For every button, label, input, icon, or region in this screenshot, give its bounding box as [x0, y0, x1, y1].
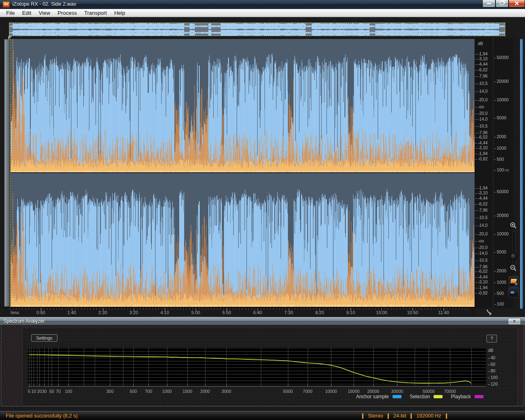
zoom-in-icon[interactable] — [509, 222, 517, 229]
time-tick-label: 3:20 — [129, 310, 138, 315]
spectrogram-corner-icon — [514, 282, 517, 285]
freq-tick-label: 5000 — [494, 249, 506, 254]
time-tick-label: 2:30 — [98, 310, 107, 315]
db-tick — [475, 76, 477, 77]
status-file-info: Stereo24-bit192000 Hz — [358, 413, 452, 419]
db-tick — [475, 126, 477, 127]
spectrum-freq-tick-label: 7000 — [303, 389, 312, 394]
freq-tick-label: 20000 — [494, 213, 509, 218]
db-tick — [475, 218, 477, 218]
freq-tick — [494, 234, 496, 235]
spectrogram-view-button[interactable] — [509, 276, 518, 286]
freq-tick — [494, 252, 496, 253]
db-tick-label: -10,5 — [475, 123, 488, 128]
zoom-slider[interactable] — [513, 231, 515, 265]
rx-app-icon[interactable]: RX — [2, 1, 10, 8]
minimize-icon — [487, 3, 491, 5]
resize-handle-icon[interactable] — [485, 308, 493, 316]
db-tick — [475, 143, 477, 144]
freq-tick-label: 500 — [494, 291, 504, 296]
menu-bar: File Edit View Process Transport Help — [0, 9, 525, 17]
db-tick — [475, 114, 477, 114]
db-tick — [475, 267, 477, 267]
app-window: RX iZotope RX - 02. Side 2.wav File Edit… — [0, 0, 525, 420]
spectrum-db-tick-label: 100 — [488, 375, 498, 380]
spectrum-freq-tick-label: 700 — [145, 389, 152, 394]
menu-view[interactable]: View — [35, 9, 54, 17]
db-tick — [475, 253, 477, 254]
db-tick — [475, 70, 477, 71]
time-tick-label: 6:40 — [253, 310, 262, 315]
waveform-zoom-button[interactable]: ⇹ — [509, 287, 518, 297]
menu-file[interactable]: File — [2, 9, 18, 17]
legend-label: Anchor sample — [356, 394, 389, 399]
db-tick — [475, 204, 477, 205]
freq-tick — [494, 148, 496, 149]
menu-edit[interactable]: Edit — [18, 9, 35, 17]
db-tick-label: -14,0 — [475, 116, 488, 121]
menu-help[interactable]: Help — [110, 9, 129, 17]
db-tick-label: -14,0 — [475, 223, 488, 228]
db-tick — [475, 282, 477, 283]
help-button[interactable]: ? — [486, 335, 497, 342]
status-separator — [388, 413, 389, 419]
db-tick-label: -oo — [475, 238, 484, 243]
restore-icon — [500, 1, 504, 5]
db-tick — [475, 193, 477, 194]
db-scale-header: dB — [478, 41, 483, 46]
title-bar: RX iZotope RX - 02. Side 2.wav — [0, 0, 525, 9]
minimize-button[interactable] — [482, 0, 495, 7]
overview-waveform-canvas[interactable] — [9, 23, 505, 36]
overview-strip[interactable] — [9, 23, 505, 36]
db-tick — [475, 119, 477, 120]
db-tick-label: -3,10 — [475, 56, 488, 61]
status-field: Stereo — [368, 413, 383, 419]
spectrum-freq-tick-label: 50000 — [422, 389, 434, 394]
restore-button[interactable] — [495, 0, 509, 7]
spectrum-freq-tick-label: 3000 — [221, 389, 231, 394]
time-tick-label: 7:30 — [284, 310, 293, 315]
settings-button[interactable]: Settings — [31, 334, 57, 342]
db-tick — [475, 100, 477, 100]
db-tick-label: -6,02 — [475, 201, 488, 206]
spectrum-close-button[interactable]: x — [508, 318, 521, 325]
spectrum-freq-tick-label: 30 — [42, 389, 47, 394]
zoom-out-icon[interactable] — [509, 265, 517, 272]
legend-item: Selection — [410, 394, 451, 399]
spectrum-analyzer-panel: Settings ? Anchor sampleSelectionPlaybac… — [1, 324, 524, 406]
db-tick — [475, 137, 477, 138]
db-tick-label: -4,44 — [475, 274, 488, 279]
status-bar: File opened successfully (8,2 s) Stereo2… — [0, 411, 525, 420]
spectrum-freq-tick-label: 70 — [56, 389, 61, 394]
spectrum-graph-canvas[interactable] — [28, 347, 486, 386]
freq-tick — [494, 160, 496, 160]
db-tick — [475, 54, 477, 55]
spectrum-freq-tick-label: 20 — [37, 389, 42, 394]
spectrogram-waveform-canvas[interactable] — [11, 39, 475, 307]
freq-tick — [494, 118, 496, 119]
window-title: iZotope RX - 02. Side 2.wav — [12, 1, 76, 7]
vertical-scrollbar[interactable] — [520, 39, 523, 309]
freq-tick — [494, 170, 496, 171]
db-tick — [475, 84, 477, 84]
db-tick-label: -6,02 — [475, 67, 488, 72]
db-tick-label: -20,0 — [475, 97, 488, 102]
zoom-slider-thumb[interactable] — [510, 253, 517, 260]
spectrum-legend: Anchor sampleSelectionPlayback — [356, 394, 492, 399]
spectrum-db-tick — [488, 358, 490, 358]
time-ruler[interactable]: hms 0:501:402:303:204:105:005:506:407:30… — [3, 308, 476, 316]
spectrum-db-tick — [488, 378, 490, 378]
spectrum-freq-tick-label: 10 — [31, 389, 36, 394]
spectrum-db-tick-label: 120 — [488, 381, 498, 386]
freq-tick-label: 100 — [494, 301, 504, 306]
menu-process[interactable]: Process — [54, 9, 80, 17]
db-tick — [475, 59, 477, 59]
spectrum-analyzer-body: Settings ? Anchor sampleSelectionPlaybac… — [23, 329, 516, 405]
spectrum-analyzer-titlebar[interactable]: Spectrum Analyzer — [0, 317, 525, 325]
db-tick — [475, 199, 477, 199]
menu-transport[interactable]: Transport — [80, 9, 110, 17]
channel-handle-strip[interactable] — [4, 39, 10, 307]
db-tick-label: -1,94 — [475, 285, 488, 290]
freq-tick — [494, 137, 496, 137]
close-button[interactable] — [509, 0, 525, 7]
